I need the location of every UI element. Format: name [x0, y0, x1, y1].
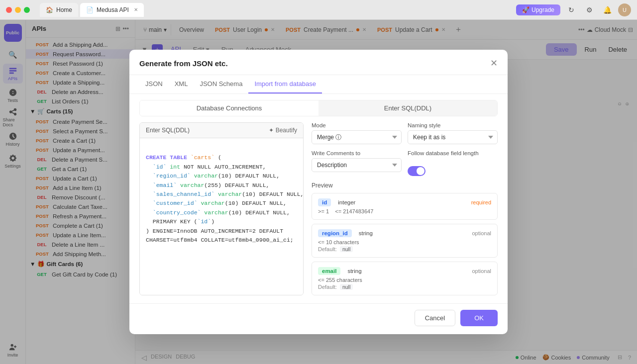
traffic-lights	[6, 7, 30, 13]
browser-tab-home[interactable]: 🏠 Home	[40, 3, 78, 17]
field-region-constraint: <= 10 characters	[318, 239, 491, 245]
field-id-header: id integer required	[318, 198, 491, 206]
modal-subtabs: Database Connections Enter SQL(DDL)	[139, 100, 498, 116]
sql-editor[interactable]: CREATE TABLE `carts` ( `id` int NOT NULL…	[140, 138, 303, 295]
generate-modal: Generate from JSON etc. ✕ JSON XML JSON …	[129, 50, 508, 334]
refresh-button[interactable]: ↻	[564, 3, 578, 17]
field-id-type: integer	[338, 199, 355, 205]
field-region-badge: region_id	[318, 229, 352, 237]
ok-button[interactable]: OK	[460, 310, 498, 326]
default-label: Default:	[318, 246, 337, 252]
modal-close-button[interactable]: ✕	[490, 58, 498, 69]
field-email-badge: email	[318, 267, 340, 275]
wand-icon: ✦	[269, 127, 274, 134]
home-tab-label: Home	[56, 6, 72, 13]
naming-style-label: Naming style	[408, 122, 498, 128]
null-badge: null	[340, 284, 353, 290]
settings-button[interactable]: ⚙	[582, 3, 596, 17]
field-email-header: email string optional	[318, 267, 491, 275]
medusa-tab-icon: 📄	[86, 6, 94, 13]
tab-json-schema[interactable]: JSON Schema	[194, 75, 248, 93]
follow-length-toggle[interactable]	[408, 166, 425, 176]
mode-select[interactable]: Merge ⓘ Replace	[312, 130, 402, 144]
modal-title: Generate from JSON etc.	[139, 59, 228, 68]
field-email-default: Default: null	[318, 284, 491, 290]
browser-bar: 🏠 Home 📄 Medusa API ✕ 🚀 Upgrade ↻ ⚙ 🔔 U	[0, 0, 637, 20]
modal-body: Enter SQL(DDL) ✦ Beautify CREATE TABLE `…	[129, 122, 508, 303]
comments-length-row: Write Comments to Description Follow dat…	[312, 150, 498, 176]
preview-field-id: id integer required >= 1 <= 2147483647	[312, 193, 498, 220]
field-email-type: string	[347, 268, 361, 274]
cancel-button[interactable]: Cancel	[415, 310, 455, 326]
tab-xml[interactable]: XML	[169, 75, 194, 93]
naming-style-group: Naming style Keep it as is	[408, 122, 498, 144]
preview-label: Preview	[312, 182, 498, 189]
avatar[interactable]: U	[618, 3, 631, 16]
field-region-type: string	[359, 230, 373, 236]
rocket-icon: 🚀	[522, 6, 530, 13]
beautify-button[interactable]: ✦ Beautify	[269, 127, 297, 134]
browser-tabs: 🏠 Home 📄 Medusa API ✕	[40, 3, 144, 17]
minimize-traffic-light[interactable]	[15, 7, 21, 13]
field-region-optional: optional	[472, 230, 491, 236]
browser-tab-medusa[interactable]: 📄 Medusa API ✕	[80, 3, 144, 17]
preview-section: Preview id integer required	[312, 182, 498, 295]
notifications-button[interactable]: 🔔	[600, 3, 614, 17]
browser-actions: 🚀 Upgrade ↻ ⚙ 🔔 U	[516, 3, 631, 17]
field-id-constraint: >= 1 <= 2147483647	[318, 208, 491, 214]
null-badge: null	[340, 246, 353, 252]
modal-tabs: JSON XML JSON Schema Import from databas…	[129, 75, 508, 94]
tab-json[interactable]: JSON	[139, 75, 169, 93]
tab-import-from-database[interactable]: Import from database	[248, 75, 322, 93]
home-tab-icon: 🏠	[46, 6, 53, 13]
field-id-badge: id	[318, 198, 331, 206]
mode-group: Mode Merge ⓘ Replace	[312, 122, 402, 144]
sql-panel: Enter SQL(DDL) ✦ Beautify CREATE TABLE `…	[139, 122, 304, 295]
field-email-optional: optional	[472, 268, 491, 274]
subtab-enter-sql[interactable]: Enter SQL(DDL)	[318, 100, 497, 116]
medusa-tab-label: Medusa API	[97, 6, 129, 13]
preview-field-region-id: region_id string optional <= 10 characte…	[312, 224, 498, 258]
modal-header: Generate from JSON etc. ✕	[129, 50, 508, 75]
fullscreen-traffic-light[interactable]	[24, 7, 30, 13]
modal-footer: Cancel OK	[129, 303, 508, 334]
follow-length-label: Follow database field length	[408, 150, 498, 156]
medusa-tab-close[interactable]: ✕	[134, 7, 138, 12]
preview-field-email: email string optional <= 255 characters …	[312, 262, 498, 295]
mode-naming-row: Mode Merge ⓘ Replace Naming style Keep i…	[312, 122, 498, 144]
modal-overlay: Generate from JSON etc. ✕ JSON XML JSON …	[0, 20, 637, 364]
preview-items: id integer required >= 1 <= 2147483647	[312, 193, 498, 295]
modal-right: Mode Merge ⓘ Replace Naming style Keep i…	[312, 122, 498, 295]
default-label: Default:	[318, 284, 337, 290]
mode-label: Mode	[312, 122, 402, 128]
sql-panel-label: Enter SQL(DDL)	[146, 127, 190, 134]
write-comments-label: Write Comments to	[312, 150, 402, 156]
field-id-required: required	[471, 199, 491, 205]
follow-length-toggle-wrapper	[408, 166, 498, 176]
field-region-default: Default: null	[318, 246, 491, 252]
field-email-constraint: <= 255 characters	[318, 277, 491, 283]
write-comments-select[interactable]: Description	[312, 158, 402, 172]
sql-panel-header: Enter SQL(DDL) ✦ Beautify	[140, 123, 303, 138]
follow-length-group: Follow database field length	[408, 150, 498, 176]
write-comments-group: Write Comments to Description	[312, 150, 402, 176]
close-traffic-light[interactable]	[6, 7, 12, 13]
naming-style-select[interactable]: Keep it as is	[408, 130, 498, 144]
subtab-database-connections[interactable]: Database Connections	[140, 100, 318, 116]
field-region-header: region_id string optional	[318, 229, 491, 237]
upgrade-button[interactable]: 🚀 Upgrade	[516, 4, 560, 15]
